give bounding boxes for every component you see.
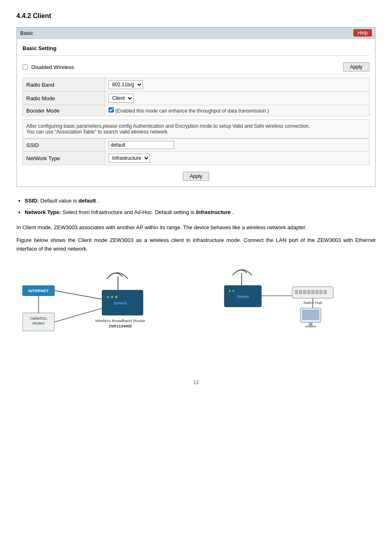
- bullet-ssid-label: SSID:: [25, 198, 39, 204]
- svg-point-4: [111, 296, 113, 299]
- ssid-input[interactable]: [108, 141, 174, 149]
- panel-header: Basic Help: [17, 28, 375, 39]
- radio-mode-select[interactable]: Client: [108, 94, 134, 103]
- svg-point-5: [115, 296, 117, 299]
- network-type-value-cell: Infrastructure Ad-Hoc: [105, 152, 369, 165]
- network-type-label-cell: NetWork Type: [23, 152, 105, 165]
- network-type-select[interactable]: Infrastructure Ad-Hoc: [108, 154, 150, 163]
- svg-rect-25: [303, 290, 306, 294]
- ssid-label-cell: SSID: [23, 139, 105, 152]
- booster-mode-value-cell: (Enabled this mode can enhance the throu…: [105, 105, 369, 116]
- body-text-2: Figure below shows the Client mode ZEW30…: [16, 236, 376, 253]
- section-title: 4.4.2 Client: [16, 12, 376, 20]
- disabled-wireless-left: Disabled Wireless: [23, 64, 74, 70]
- svg-rect-36: [305, 326, 316, 327]
- diagram-section: Zemco INTERNET Cable/DSL Modem Wireless …: [16, 263, 376, 363]
- bullet-network-type-label: Network Type:: [25, 209, 61, 215]
- disabled-wireless-row: Disabled Wireless Apply: [23, 60, 369, 74]
- basic-panel: Basic Help Basic Setting Disabled Wirele…: [16, 27, 376, 187]
- apply-button-1[interactable]: Apply: [343, 62, 369, 71]
- bullet-network-type-after: .: [232, 209, 234, 215]
- svg-text:Zemco: Zemco: [237, 295, 249, 299]
- svg-point-19: [228, 290, 231, 292]
- radio-band-value-cell: 802.11b/g: [105, 78, 369, 92]
- radio-band-row: Radio Band 802.11b/g: [23, 78, 369, 92]
- svg-rect-29: [320, 290, 323, 294]
- svg-text:Cable/DSL: Cable/DSL: [30, 317, 47, 321]
- ssid-table: SSID NetWork Type Infrastructure Ad-Hoc: [23, 138, 369, 165]
- radio-band-label-cell: Radio Band: [23, 78, 105, 92]
- svg-text:Wireless Broadband Router: Wireless Broadband Router: [95, 318, 145, 323]
- bullet-ssid-value: default: [78, 198, 96, 204]
- diagram-right: Zemco Switch Hub: [200, 263, 376, 353]
- help-button[interactable]: Help: [353, 29, 372, 37]
- basic-setting-header: Basic Setting: [23, 43, 369, 56]
- svg-rect-34: [302, 310, 319, 320]
- svg-rect-28: [316, 290, 318, 294]
- ssid-row: SSID: [23, 139, 369, 152]
- bullet-network-type-text: Select from Infrastructure and Ad-Hoc. D…: [62, 209, 196, 215]
- radio-band-select[interactable]: 802.11b/g: [108, 80, 143, 89]
- body-text-1: In Client mode, ZEW3003 associates with …: [16, 223, 376, 232]
- svg-point-20: [232, 290, 234, 292]
- page-number: 13: [16, 380, 376, 385]
- svg-text:Z5R1134WE: Z5R1134WE: [108, 324, 132, 328]
- apply-row: Apply: [23, 168, 369, 182]
- bullet-list: SSID: Default value is default . Network…: [25, 197, 376, 216]
- bullet-ssid-text: Default value is: [40, 198, 78, 204]
- zew3003-graphic: Zemco: [224, 270, 261, 307]
- svg-text:Modem: Modem: [32, 322, 44, 326]
- network-type-row: NetWork Type Infrastructure Ad-Hoc: [23, 152, 369, 165]
- radio-mode-row: Radio Mode Client: [23, 92, 369, 105]
- ssid-value-cell: [105, 139, 369, 152]
- router-graphic: Zemco: [102, 273, 143, 315]
- booster-mode-text: (Enabled this mode can enhance the throu…: [115, 108, 269, 114]
- bullet-ssid-after: .: [97, 198, 99, 204]
- disabled-wireless-checkbox[interactable]: [23, 64, 28, 70]
- svg-rect-35: [309, 322, 312, 326]
- booster-mode-checkbox[interactable]: [108, 107, 114, 113]
- svg-rect-30: [324, 290, 327, 294]
- svg-point-3: [107, 296, 109, 299]
- bullet-network-type-value: Infrastructure: [196, 209, 231, 215]
- svg-rect-24: [299, 290, 302, 294]
- svg-rect-26: [307, 290, 310, 294]
- info-box: After configuring basic parameters,pleas…: [23, 120, 369, 138]
- right-diagram-svg: Zemco Switch Hub: [202, 263, 374, 353]
- panel-header-label: Basic: [20, 30, 33, 36]
- apply-button-2[interactable]: Apply: [183, 172, 209, 181]
- svg-text:INTERNET: INTERNET: [28, 288, 48, 293]
- bullet-network-type: Network Type: Select from Infrastructure…: [25, 208, 376, 216]
- radio-mode-label-cell: Radio Mode: [23, 92, 105, 105]
- booster-mode-label-cell: Booster Mode: [23, 105, 105, 116]
- svg-rect-27: [311, 290, 314, 294]
- booster-mode-content: (Enabled this mode can enhance the throu…: [108, 107, 366, 114]
- booster-mode-row: Booster Mode (Enabled this mode can enha…: [23, 105, 369, 116]
- settings-table: Radio Band 802.11b/g Radio Mode Client: [23, 78, 369, 116]
- bullet-ssid: SSID: Default value is default .: [25, 197, 376, 205]
- panel-body: Basic Setting Disabled Wireless Apply Ra…: [17, 39, 375, 187]
- svg-rect-23: [295, 290, 298, 294]
- left-diagram-svg: Zemco INTERNET Cable/DSL Modem Wireless …: [18, 263, 191, 363]
- svg-text:Zemco: Zemco: [113, 301, 127, 305]
- svg-line-11: [54, 291, 102, 299]
- diagram-left: Zemco INTERNET Cable/DSL Modem Wireless …: [16, 263, 192, 363]
- radio-mode-value-cell: Client: [105, 92, 369, 105]
- disabled-wireless-label: Disabled Wireless: [31, 64, 74, 70]
